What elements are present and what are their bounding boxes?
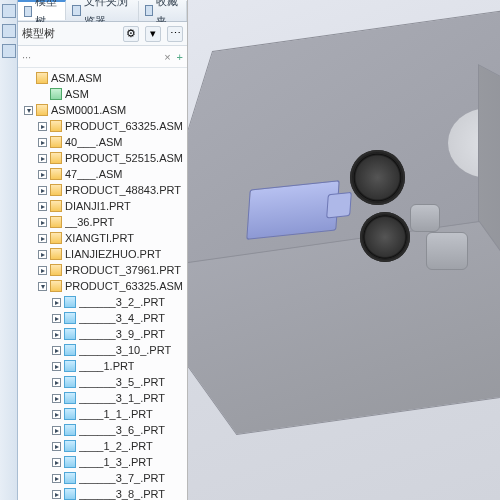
collapse-icon[interactable]: ▾ [38, 282, 47, 291]
tree-row[interactable]: ▸40___.ASM [18, 134, 187, 150]
twist-blank [38, 90, 47, 99]
tab-1[interactable]: 文件夹浏览器 [66, 1, 139, 21]
tree-icon [24, 6, 32, 17]
tree-row[interactable]: ▸______3_6_.PRT [18, 422, 187, 438]
tree-row[interactable]: ▸______3_2_.PRT [18, 294, 187, 310]
tree-row[interactable]: ▸XIANGTI.PRT [18, 230, 187, 246]
asm-icon [36, 72, 48, 84]
cylinder-large [426, 232, 468, 270]
expand-icon[interactable]: ▸ [52, 490, 61, 499]
node-label: ______3_10_.PRT [79, 342, 171, 358]
expand-icon[interactable]: ▸ [38, 138, 47, 147]
toolbar-btn-settings[interactable]: ⚙ [123, 26, 139, 42]
tree-row[interactable]: ▸PRODUCT_37961.PRT [18, 262, 187, 278]
tree-row[interactable]: ▸PRODUCT_52515.ASM [18, 150, 187, 166]
expand-icon[interactable]: ▸ [38, 266, 47, 275]
prt-icon [64, 296, 76, 308]
tree-row[interactable]: ▸______3_10_.PRT [18, 342, 187, 358]
node-label: ____1_3_.PRT [79, 454, 153, 470]
node-label: ______3_5_.PRT [79, 374, 165, 390]
rail-icon-1[interactable] [2, 4, 16, 18]
expand-icon[interactable]: ▸ [52, 442, 61, 451]
tree-row[interactable]: ▾ASM0001.ASM [18, 102, 187, 118]
expand-icon[interactable]: ▸ [38, 170, 47, 179]
tree-row[interactable]: ▸DIANJI1.PRT [18, 198, 187, 214]
expand-icon[interactable]: ▸ [38, 202, 47, 211]
node-label: ______3_2_.PRT [79, 294, 165, 310]
asm-icon [50, 184, 62, 196]
tree-row[interactable]: ASM.ASM [18, 70, 187, 86]
node-label: ASM [65, 86, 89, 102]
expand-icon[interactable]: ▸ [38, 122, 47, 131]
plus-icon[interactable]: + [177, 51, 183, 63]
asm-icon [50, 120, 62, 132]
node-label: ASM.ASM [51, 70, 102, 86]
search-input[interactable]: ··· [22, 51, 158, 63]
tab-2[interactable]: 收藏夹 [139, 1, 187, 21]
prt-icon [64, 376, 76, 388]
asm-icon [50, 232, 62, 244]
viewport-3d[interactable] [188, 0, 500, 500]
tree-row[interactable]: ▸______3_7_.PRT [18, 470, 187, 486]
expand-icon[interactable]: ▸ [38, 186, 47, 195]
tree-row[interactable]: ASM [18, 86, 187, 102]
tree-row[interactable]: ▸____1.PRT [18, 358, 187, 374]
tree-row[interactable]: ▾PRODUCT_63325.ASM [18, 278, 187, 294]
expand-icon[interactable]: ▸ [52, 314, 61, 323]
expand-icon[interactable]: ▸ [52, 410, 61, 419]
node-label: PRODUCT_63325.ASM [65, 118, 183, 134]
tab-0[interactable]: 模型树 [18, 0, 66, 20]
tree-row[interactable]: ▸____1_1_.PRT [18, 406, 187, 422]
gear-lower [360, 212, 410, 262]
node-label: ____1_1_.PRT [79, 406, 153, 422]
toolbar-btn-more[interactable]: ⋯ [167, 26, 183, 42]
node-label: ______3_8_.PRT [79, 486, 165, 500]
tree-row[interactable]: ▸______3_9_.PRT [18, 326, 187, 342]
model-tree[interactable]: ASM.ASMASM▾ASM0001.ASM▸PRODUCT_63325.ASM… [18, 68, 187, 500]
tree-row[interactable]: ▸LIANJIEZHUO.PRT [18, 246, 187, 262]
node-label: PRODUCT_37961.PRT [65, 262, 181, 278]
tree-row[interactable]: ▸PRODUCT_48843.PRT [18, 182, 187, 198]
expand-icon[interactable]: ▸ [38, 154, 47, 163]
node-label: 47___.ASM [65, 166, 122, 182]
tree-row[interactable]: ▸______3_5_.PRT [18, 374, 187, 390]
expand-icon[interactable]: ▸ [52, 298, 61, 307]
panel-toolbar: 模型树 ⚙ ▾ ⋯ [18, 22, 187, 46]
prt-icon [64, 328, 76, 340]
asm-icon [50, 248, 62, 260]
expand-icon[interactable]: ▸ [52, 378, 61, 387]
expand-icon[interactable]: ▸ [38, 218, 47, 227]
node-label: ______3_1_.PRT [79, 390, 165, 406]
node-label: PRODUCT_48843.PRT [65, 182, 181, 198]
close-icon[interactable]: × [164, 51, 170, 63]
prt-icon [64, 440, 76, 452]
collapse-icon[interactable]: ▾ [24, 106, 33, 115]
expand-icon[interactable]: ▸ [52, 346, 61, 355]
expand-icon[interactable]: ▸ [38, 234, 47, 243]
asm-icon [50, 168, 62, 180]
expand-icon[interactable]: ▸ [52, 426, 61, 435]
tree-row[interactable]: ▸____1_2_.PRT [18, 438, 187, 454]
expand-icon[interactable]: ▸ [52, 394, 61, 403]
tree-row[interactable]: ▸47___.ASM [18, 166, 187, 182]
asm-icon [36, 104, 48, 116]
tree-row[interactable]: ▸______3_1_.PRT [18, 390, 187, 406]
node-label: LIANJIEZHUO.PRT [65, 246, 161, 262]
expand-icon[interactable]: ▸ [52, 330, 61, 339]
expand-icon[interactable]: ▸ [52, 362, 61, 371]
tree-row[interactable]: ▸__36.PRT [18, 214, 187, 230]
toolbar-btn-dropdown[interactable]: ▾ [145, 26, 161, 42]
tree-row[interactable]: ▸______3_8_.PRT [18, 486, 187, 500]
node-label: ASM0001.ASM [51, 102, 126, 118]
node-label: ______3_7_.PRT [79, 470, 165, 486]
expand-icon[interactable]: ▸ [52, 458, 61, 467]
expand-icon[interactable]: ▸ [38, 250, 47, 259]
tree-row[interactable]: ▸______3_4_.PRT [18, 310, 187, 326]
node-label: ______3_6_.PRT [79, 422, 165, 438]
rail-icon-2[interactable] [2, 24, 16, 38]
node-label: DIANJI1.PRT [65, 198, 131, 214]
tree-row[interactable]: ▸PRODUCT_63325.ASM [18, 118, 187, 134]
tree-row[interactable]: ▸____1_3_.PRT [18, 454, 187, 470]
rail-icon-3[interactable] [2, 44, 16, 58]
expand-icon[interactable]: ▸ [52, 474, 61, 483]
